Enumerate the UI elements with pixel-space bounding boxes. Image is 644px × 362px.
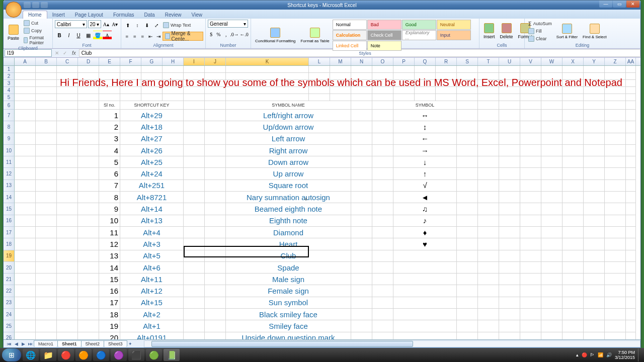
cell-I10[interactable] [184, 145, 205, 156]
close-button[interactable]: ✕ [626, 1, 639, 8]
cell-P25[interactable] [393, 320, 457, 332]
cell-P22[interactable] [393, 285, 457, 297]
cell-D25[interactable] [78, 320, 99, 332]
cell-D11[interactable] [78, 156, 99, 168]
cell-O5[interactable] [372, 94, 393, 101]
cell-X26[interactable] [562, 332, 584, 339]
find-select-button[interactable]: Find & Select [581, 20, 609, 43]
cell-B7[interactable] [36, 110, 57, 121]
row-header-9[interactable]: 9 [4, 133, 15, 145]
style-neutral[interactable]: Neutral [437, 20, 471, 30]
cell-K17[interactable]: Diamond [226, 227, 351, 238]
cell-C15[interactable] [57, 203, 78, 215]
cell-T12[interactable] [478, 168, 499, 179]
cell-I1[interactable] [184, 66, 205, 73]
cell-T26[interactable] [478, 332, 499, 339]
cell-R1[interactable] [436, 66, 457, 73]
cell-W24[interactable] [541, 309, 562, 320]
cell-S26[interactable] [457, 332, 478, 339]
cell-V9[interactable] [520, 133, 541, 145]
cell-Y7[interactable] [584, 110, 605, 121]
cell-Q5[interactable] [415, 94, 436, 101]
tab-view[interactable]: View [186, 11, 207, 19]
cell-A7[interactable] [15, 110, 36, 121]
cell-O18[interactable] [372, 238, 393, 250]
cell-V11[interactable] [520, 156, 541, 168]
cell-N18[interactable] [351, 238, 372, 250]
row-header-18[interactable]: 18 [4, 238, 15, 250]
cell-C23[interactable] [57, 297, 78, 309]
cell-O24[interactable] [372, 309, 393, 320]
start-button[interactable]: ⊞ [2, 348, 21, 361]
align-top[interactable]: ⬆ [123, 21, 132, 30]
horizontal-scrollbar[interactable] [144, 340, 640, 347]
cell-A17[interactable] [15, 227, 36, 238]
cell-V16[interactable] [520, 215, 541, 227]
cell-I15[interactable] [184, 203, 205, 215]
format-as-table-button[interactable]: Format as Table [298, 20, 331, 51]
cell-U24[interactable] [499, 309, 520, 320]
cell-X13[interactable] [562, 180, 584, 192]
row-header-1[interactable]: 1 [4, 66, 15, 73]
cell-B13[interactable] [36, 180, 57, 192]
taskbar-app3[interactable]: ⬛ [128, 349, 144, 361]
taskbar-chrome[interactable]: 🔴 [58, 349, 74, 361]
cell-N20[interactable] [351, 262, 372, 274]
cell-E17[interactable]: 11 [99, 227, 120, 238]
cell-U25[interactable] [499, 320, 520, 332]
cell-U6[interactable] [499, 101, 520, 110]
style-normal[interactable]: Normal [333, 20, 367, 30]
cell-X15[interactable] [562, 203, 584, 215]
cell-A4[interactable] [15, 87, 36, 94]
cell-N13[interactable] [351, 180, 372, 192]
cell-AA8[interactable] [626, 121, 636, 133]
row-header-3[interactable]: 3 [4, 80, 15, 87]
cell-C7[interactable] [57, 110, 78, 121]
cell-N25[interactable] [351, 320, 372, 332]
cell-V10[interactable] [520, 145, 541, 156]
cell-AA19[interactable] [626, 250, 636, 262]
cell-X19[interactable] [562, 250, 584, 262]
cell-Y24[interactable] [584, 309, 605, 320]
align-center[interactable]: ≡ [131, 32, 139, 41]
comma-button[interactable]: , [222, 30, 229, 39]
cell-Z24[interactable] [605, 309, 626, 320]
cell-N7[interactable] [351, 110, 372, 121]
cell-X20[interactable] [562, 262, 584, 274]
select-all-corner[interactable] [4, 58, 15, 65]
cell-I19[interactable] [184, 250, 205, 262]
cell-Y10[interactable] [584, 145, 605, 156]
cell-T24[interactable] [478, 309, 499, 320]
cell-Z17[interactable] [605, 227, 626, 238]
cell-F13[interactable]: Alt+251 [120, 180, 184, 192]
cell-Y26[interactable] [584, 332, 605, 339]
cell-X22[interactable] [562, 285, 584, 297]
cell-U12[interactable] [499, 168, 520, 179]
tab-home[interactable]: Home [23, 11, 47, 19]
cell-O1[interactable] [372, 66, 393, 73]
cell-D16[interactable] [78, 215, 99, 227]
cell-F26[interactable]: Alt+0191 [120, 332, 184, 339]
cell-A15[interactable] [15, 203, 36, 215]
cell-P10[interactable]: → [393, 145, 457, 156]
cell-Z11[interactable] [605, 156, 626, 168]
cell-E16[interactable]: 10 [99, 215, 120, 227]
cell-S15[interactable] [457, 203, 478, 215]
cell-W25[interactable] [541, 320, 562, 332]
cell-T9[interactable] [478, 133, 499, 145]
cell-X5[interactable] [562, 94, 584, 101]
cell-Z14[interactable] [605, 192, 626, 203]
cell-X10[interactable] [562, 145, 584, 156]
cell-E1[interactable] [99, 66, 120, 73]
cell-K21[interactable]: Male sign [226, 274, 351, 285]
cell-P16[interactable]: ♪ [393, 215, 457, 227]
row-header-7[interactable]: 7 [4, 110, 15, 121]
cell-X23[interactable] [562, 297, 584, 309]
cell-T25[interactable] [478, 320, 499, 332]
sheet-tab-macro1[interactable]: Macro1 [34, 340, 58, 347]
cell-E21[interactable]: 15 [99, 274, 120, 285]
office-button[interactable] [6, 2, 22, 18]
cell-AA11[interactable] [626, 156, 636, 168]
col-header-Q[interactable]: Q [415, 58, 436, 65]
tray-clock[interactable]: 7:50 PM 3/12/2015 [615, 350, 635, 360]
